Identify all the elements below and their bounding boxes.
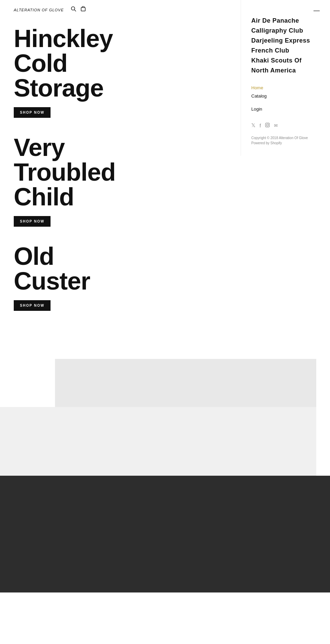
svg-rect-3: [265, 123, 270, 127]
nav-item-calligraphy-club[interactable]: Calligraphy Club: [251, 27, 320, 34]
svg-point-0: [71, 7, 75, 10]
menu-login: Login: [251, 106, 320, 112]
menu-overlay: — Air De Panache Calligraphy Club Darjee…: [241, 0, 330, 156]
logo[interactable]: ALTERATION OF GLOVE: [14, 7, 64, 12]
nav-item-darjeeling-express[interactable]: Darjeeling Express: [251, 37, 320, 44]
product-card-white: [0, 359, 55, 407]
facebook-icon[interactable]: f: [260, 123, 261, 128]
hero-section-1: HinckleyColdStorage SHOP NOW: [14, 26, 172, 132]
logo-text: ALTERATION OF GLOVE: [14, 8, 64, 12]
shop-now-button-1[interactable]: SHOP NOW: [14, 107, 51, 118]
svg-rect-2: [81, 8, 85, 11]
nav-item-french-club[interactable]: French Club: [251, 47, 320, 54]
svg-point-5: [268, 124, 269, 124]
copyright-text: Copyright © 2018 Alteration Of Glove: [251, 135, 320, 140]
product-card-gray: [55, 359, 316, 407]
twitter-icon[interactable]: 𝕏: [251, 122, 255, 128]
main-content: HinckleyColdStorage SHOP NOW VeryTrouble…: [0, 19, 172, 325]
nav-item-north-america[interactable]: North America: [251, 67, 320, 74]
shop-now-button-2[interactable]: SHOP NOW: [14, 216, 51, 227]
product-row-1: [0, 359, 316, 407]
dark-footer: [0, 476, 330, 592]
nav-item-home[interactable]: Home: [251, 84, 320, 91]
svg-point-4: [266, 124, 268, 126]
hero-section-2: VeryTroubledChild SHOP NOW: [14, 135, 172, 240]
header-icons: [71, 6, 86, 13]
svg-line-1: [74, 10, 76, 12]
powered-by-text: Powered by Shopify: [251, 140, 320, 146]
logo-of: OF: [42, 8, 48, 12]
product-grid-section: [0, 331, 316, 476]
hero-section-3: OldCuster SHOP NOW: [14, 244, 172, 325]
hero-title-1: HinckleyColdStorage: [14, 26, 172, 100]
menu-nav-items: Air De Panache Calligraphy Club Darjeeli…: [251, 17, 320, 74]
nav-item-catalog[interactable]: Catalog: [251, 93, 320, 99]
menu-social: 𝕏 f ✉: [251, 122, 320, 128]
hero-title-3: OldCuster: [14, 244, 172, 293]
menu-close-button[interactable]: —: [314, 7, 320, 14]
search-icon[interactable]: [71, 6, 76, 13]
nav-item-khaki-scouts[interactable]: Khaki Scouts Of: [251, 57, 320, 64]
login-link[interactable]: Login: [251, 106, 262, 112]
nav-item-air-de-panache[interactable]: Air De Panache: [251, 17, 320, 24]
spacer-top: [0, 331, 316, 359]
cart-icon[interactable]: [80, 6, 86, 13]
hero-title-2: VeryTroubledChild: [14, 135, 172, 209]
product-row-2: [0, 407, 316, 476]
menu-copyright: Copyright © 2018 Alteration Of Glove Pow…: [251, 135, 320, 146]
instagram-icon[interactable]: [265, 123, 270, 128]
menu-secondary-items: Home Catalog: [251, 84, 320, 99]
header-left: ALTERATION OF GLOVE: [14, 6, 86, 13]
shop-now-button-3[interactable]: SHOP NOW: [14, 300, 51, 311]
email-icon[interactable]: ✉: [274, 123, 278, 128]
